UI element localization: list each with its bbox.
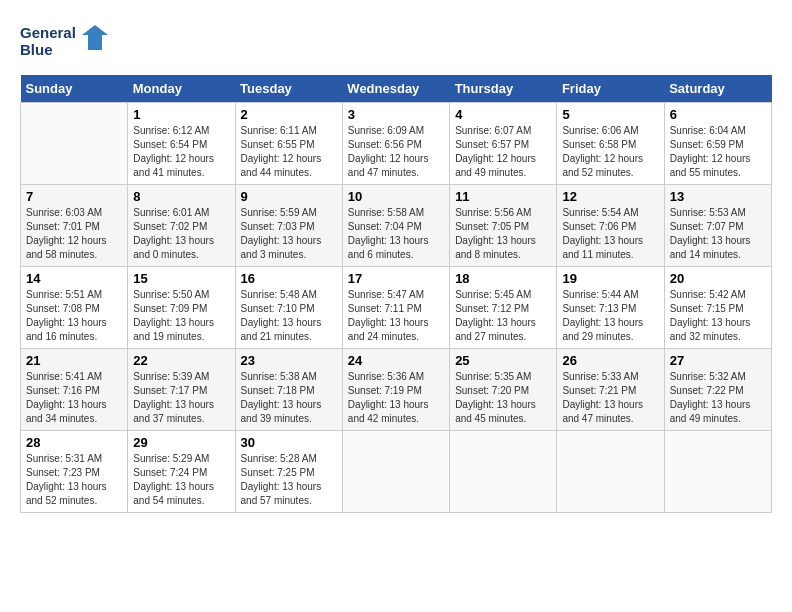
calendar-cell: 28 Sunrise: 5:31 AMSunset: 7:23 PMDaylig…	[21, 431, 128, 513]
calendar-cell	[664, 431, 771, 513]
calendar-cell: 1 Sunrise: 6:12 AMSunset: 6:54 PMDayligh…	[128, 103, 235, 185]
calendar-week-row: 1 Sunrise: 6:12 AMSunset: 6:54 PMDayligh…	[21, 103, 772, 185]
calendar-cell	[450, 431, 557, 513]
day-number: 24	[348, 353, 444, 368]
day-info: Sunrise: 6:09 AMSunset: 6:56 PMDaylight:…	[348, 124, 444, 180]
day-info: Sunrise: 5:28 AMSunset: 7:25 PMDaylight:…	[241, 452, 337, 508]
day-info: Sunrise: 6:03 AMSunset: 7:01 PMDaylight:…	[26, 206, 122, 262]
calendar-cell	[21, 103, 128, 185]
calendar-cell: 19 Sunrise: 5:44 AMSunset: 7:13 PMDaylig…	[557, 267, 664, 349]
day-info: Sunrise: 5:32 AMSunset: 7:22 PMDaylight:…	[670, 370, 766, 426]
day-info: Sunrise: 6:01 AMSunset: 7:02 PMDaylight:…	[133, 206, 229, 262]
day-info: Sunrise: 5:48 AMSunset: 7:10 PMDaylight:…	[241, 288, 337, 344]
day-number: 11	[455, 189, 551, 204]
day-number: 20	[670, 271, 766, 286]
day-info: Sunrise: 5:31 AMSunset: 7:23 PMDaylight:…	[26, 452, 122, 508]
calendar-week-row: 7 Sunrise: 6:03 AMSunset: 7:01 PMDayligh…	[21, 185, 772, 267]
day-number: 27	[670, 353, 766, 368]
day-number: 29	[133, 435, 229, 450]
day-info: Sunrise: 5:58 AMSunset: 7:04 PMDaylight:…	[348, 206, 444, 262]
day-info: Sunrise: 5:38 AMSunset: 7:18 PMDaylight:…	[241, 370, 337, 426]
day-info: Sunrise: 6:11 AMSunset: 6:55 PMDaylight:…	[241, 124, 337, 180]
day-info: Sunrise: 6:04 AMSunset: 6:59 PMDaylight:…	[670, 124, 766, 180]
calendar-cell: 21 Sunrise: 5:41 AMSunset: 7:16 PMDaylig…	[21, 349, 128, 431]
header-day: Friday	[557, 75, 664, 103]
calendar-cell: 17 Sunrise: 5:47 AMSunset: 7:11 PMDaylig…	[342, 267, 449, 349]
page-header: General Blue	[20, 20, 772, 65]
day-number: 12	[562, 189, 658, 204]
calendar-cell: 27 Sunrise: 5:32 AMSunset: 7:22 PMDaylig…	[664, 349, 771, 431]
calendar-table: SundayMondayTuesdayWednesdayThursdayFrid…	[20, 75, 772, 513]
day-number: 5	[562, 107, 658, 122]
day-info: Sunrise: 5:41 AMSunset: 7:16 PMDaylight:…	[26, 370, 122, 426]
header-day: Tuesday	[235, 75, 342, 103]
calendar-cell: 24 Sunrise: 5:36 AMSunset: 7:19 PMDaylig…	[342, 349, 449, 431]
day-number: 26	[562, 353, 658, 368]
calendar-cell: 23 Sunrise: 5:38 AMSunset: 7:18 PMDaylig…	[235, 349, 342, 431]
day-info: Sunrise: 5:54 AMSunset: 7:06 PMDaylight:…	[562, 206, 658, 262]
day-info: Sunrise: 5:56 AMSunset: 7:05 PMDaylight:…	[455, 206, 551, 262]
svg-marker-2	[82, 25, 108, 50]
calendar-cell: 26 Sunrise: 5:33 AMSunset: 7:21 PMDaylig…	[557, 349, 664, 431]
day-number: 3	[348, 107, 444, 122]
day-info: Sunrise: 5:39 AMSunset: 7:17 PMDaylight:…	[133, 370, 229, 426]
svg-text:Blue: Blue	[20, 41, 53, 58]
day-number: 10	[348, 189, 444, 204]
calendar-cell: 2 Sunrise: 6:11 AMSunset: 6:55 PMDayligh…	[235, 103, 342, 185]
header-day: Wednesday	[342, 75, 449, 103]
day-number: 2	[241, 107, 337, 122]
day-info: Sunrise: 5:36 AMSunset: 7:19 PMDaylight:…	[348, 370, 444, 426]
day-info: Sunrise: 5:47 AMSunset: 7:11 PMDaylight:…	[348, 288, 444, 344]
header-row: SundayMondayTuesdayWednesdayThursdayFrid…	[21, 75, 772, 103]
header-day: Sunday	[21, 75, 128, 103]
day-number: 4	[455, 107, 551, 122]
calendar-cell: 3 Sunrise: 6:09 AMSunset: 6:56 PMDayligh…	[342, 103, 449, 185]
calendar-cell: 11 Sunrise: 5:56 AMSunset: 7:05 PMDaylig…	[450, 185, 557, 267]
day-number: 1	[133, 107, 229, 122]
day-info: Sunrise: 5:59 AMSunset: 7:03 PMDaylight:…	[241, 206, 337, 262]
day-info: Sunrise: 5:42 AMSunset: 7:15 PMDaylight:…	[670, 288, 766, 344]
calendar-week-row: 14 Sunrise: 5:51 AMSunset: 7:08 PMDaylig…	[21, 267, 772, 349]
calendar-cell: 16 Sunrise: 5:48 AMSunset: 7:10 PMDaylig…	[235, 267, 342, 349]
calendar-cell	[342, 431, 449, 513]
day-number: 30	[241, 435, 337, 450]
calendar-cell: 13 Sunrise: 5:53 AMSunset: 7:07 PMDaylig…	[664, 185, 771, 267]
day-number: 16	[241, 271, 337, 286]
day-number: 8	[133, 189, 229, 204]
day-info: Sunrise: 5:53 AMSunset: 7:07 PMDaylight:…	[670, 206, 766, 262]
calendar-cell: 30 Sunrise: 5:28 AMSunset: 7:25 PMDaylig…	[235, 431, 342, 513]
day-number: 14	[26, 271, 122, 286]
calendar-cell: 4 Sunrise: 6:07 AMSunset: 6:57 PMDayligh…	[450, 103, 557, 185]
logo: General Blue	[20, 20, 110, 65]
logo-svg: General Blue	[20, 20, 110, 65]
day-number: 19	[562, 271, 658, 286]
day-info: Sunrise: 5:45 AMSunset: 7:12 PMDaylight:…	[455, 288, 551, 344]
header-day: Saturday	[664, 75, 771, 103]
calendar-cell: 6 Sunrise: 6:04 AMSunset: 6:59 PMDayligh…	[664, 103, 771, 185]
day-info: Sunrise: 5:33 AMSunset: 7:21 PMDaylight:…	[562, 370, 658, 426]
calendar-cell: 9 Sunrise: 5:59 AMSunset: 7:03 PMDayligh…	[235, 185, 342, 267]
calendar-cell: 25 Sunrise: 5:35 AMSunset: 7:20 PMDaylig…	[450, 349, 557, 431]
day-number: 13	[670, 189, 766, 204]
day-info: Sunrise: 5:44 AMSunset: 7:13 PMDaylight:…	[562, 288, 658, 344]
day-number: 18	[455, 271, 551, 286]
calendar-cell: 8 Sunrise: 6:01 AMSunset: 7:02 PMDayligh…	[128, 185, 235, 267]
day-number: 15	[133, 271, 229, 286]
calendar-cell: 5 Sunrise: 6:06 AMSunset: 6:58 PMDayligh…	[557, 103, 664, 185]
day-info: Sunrise: 6:07 AMSunset: 6:57 PMDaylight:…	[455, 124, 551, 180]
calendar-week-row: 28 Sunrise: 5:31 AMSunset: 7:23 PMDaylig…	[21, 431, 772, 513]
day-number: 23	[241, 353, 337, 368]
day-number: 6	[670, 107, 766, 122]
day-info: Sunrise: 6:12 AMSunset: 6:54 PMDaylight:…	[133, 124, 229, 180]
day-number: 28	[26, 435, 122, 450]
day-info: Sunrise: 6:06 AMSunset: 6:58 PMDaylight:…	[562, 124, 658, 180]
calendar-week-row: 21 Sunrise: 5:41 AMSunset: 7:16 PMDaylig…	[21, 349, 772, 431]
day-number: 9	[241, 189, 337, 204]
calendar-cell: 7 Sunrise: 6:03 AMSunset: 7:01 PMDayligh…	[21, 185, 128, 267]
day-number: 17	[348, 271, 444, 286]
calendar-cell: 22 Sunrise: 5:39 AMSunset: 7:17 PMDaylig…	[128, 349, 235, 431]
day-info: Sunrise: 5:51 AMSunset: 7:08 PMDaylight:…	[26, 288, 122, 344]
day-number: 25	[455, 353, 551, 368]
header-day: Thursday	[450, 75, 557, 103]
calendar-cell: 10 Sunrise: 5:58 AMSunset: 7:04 PMDaylig…	[342, 185, 449, 267]
